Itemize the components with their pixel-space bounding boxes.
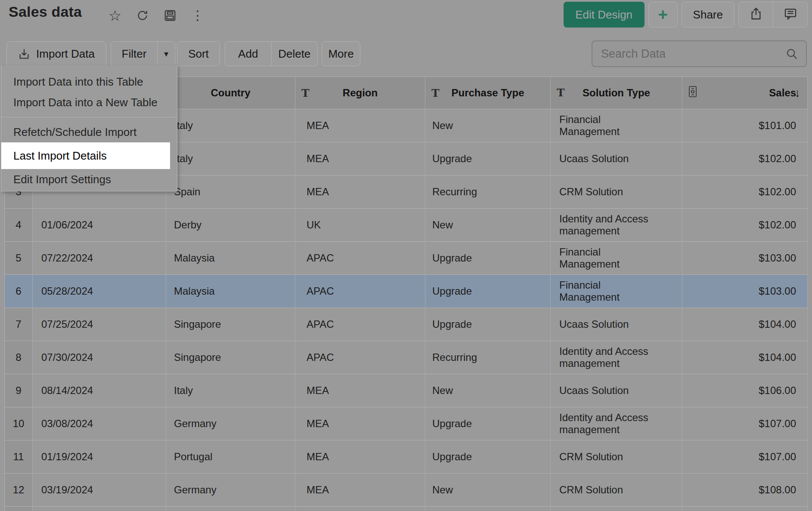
sort-button[interactable]: Sort	[177, 41, 220, 66]
cell-country[interactable]: Germany	[166, 474, 295, 507]
filter-button[interactable]: Filter ▾	[111, 41, 175, 66]
search-input[interactable]	[600, 47, 785, 61]
cell-country[interactable]: Malaysia	[166, 275, 295, 308]
cell-sales[interactable]: $102.00	[682, 175, 808, 209]
cell-purchase[interactable]: Upgrade	[425, 407, 551, 440]
cell-solution[interactable]: CRM Solution	[551, 440, 682, 474]
cell-country[interactable]: Portugal	[166, 440, 295, 474]
cell-purchase[interactable]	[425, 507, 551, 511]
menu-item-last-import-details[interactable]: Last Import Details	[1, 142, 170, 169]
cell-region[interactable]: MEA	[295, 109, 425, 142]
cell-solution[interactable]: Ucaas Solution	[551, 374, 682, 407]
cell-country[interactable]: Derby	[166, 209, 295, 242]
cell-country[interactable]: Singapore	[166, 308, 295, 341]
cell-date[interactable]: 03/08/2024	[33, 407, 166, 440]
cell-purchase[interactable]: New	[425, 109, 551, 142]
cell-solution[interactable]: CRM Solution	[551, 474, 682, 507]
cell-region[interactable]: MEA	[295, 142, 425, 175]
cell-country[interactable]: Italy	[166, 142, 295, 175]
cell-purchase[interactable]: New	[425, 374, 551, 407]
cell-purchase[interactable]: Upgrade	[425, 242, 551, 275]
cell-purchase[interactable]: New	[425, 474, 551, 507]
cell-solution[interactable]: Identity and Access management	[551, 341, 682, 374]
cell-region[interactable]: APAC	[295, 242, 425, 275]
cell-date[interactable]: 01/06/2024	[33, 209, 166, 242]
cell-region[interactable]: APAC	[295, 308, 425, 341]
cell-region[interactable]: APAC	[295, 275, 425, 308]
sort-descending-icon[interactable]: ↓	[795, 86, 801, 100]
cell-country[interactable]: Singapore	[166, 341, 295, 374]
row-number-cell[interactable]: 9	[5, 374, 33, 407]
cell-date[interactable]: 01/19/2024	[33, 440, 166, 474]
cell-solution[interactable]: Financial Management	[551, 242, 682, 275]
cell-purchase[interactable]: Upgrade	[425, 275, 551, 308]
cell-purchase[interactable]: Upgrade	[425, 142, 551, 175]
cell-sales[interactable]: $106.00	[682, 374, 808, 407]
cell-date[interactable]	[33, 507, 166, 511]
cell-region[interactable]: MEA	[295, 440, 425, 474]
cell-sales[interactable]: $104.00	[682, 308, 808, 341]
cell-sales[interactable]	[682, 507, 808, 511]
cell-sales[interactable]: $102.00	[682, 142, 808, 175]
cell-purchase[interactable]: Upgrade	[425, 308, 551, 341]
row-number-cell[interactable]: 8	[5, 341, 33, 374]
cell-date[interactable]: 07/22/2024	[33, 242, 166, 275]
column-header-country[interactable]: Country	[166, 77, 295, 109]
cell-solution[interactable]: Ucaas Solution	[551, 142, 682, 175]
cell-sales[interactable]: $107.00	[682, 407, 808, 440]
menu-item-edit-import-settings[interactable]: Edit Import Settings	[1, 169, 177, 190]
add-new-button[interactable]: +	[648, 2, 678, 28]
import-data-button[interactable]: Import Data	[6, 41, 106, 66]
favorite-star-icon[interactable]: ☆	[108, 8, 122, 23]
cell-region[interactable]: MEA	[295, 175, 425, 209]
cell-date[interactable]: 03/19/2024	[33, 474, 166, 507]
cell-sales[interactable]: $108.00	[682, 474, 808, 507]
column-header-purchase[interactable]: TPurchase Type	[425, 77, 551, 109]
cell-purchase[interactable]: Upgrade	[425, 440, 551, 474]
cell-region[interactable]	[295, 507, 425, 511]
delete-row-button[interactable]: Delete	[271, 42, 318, 66]
share-button[interactable]: Share	[682, 2, 735, 28]
row-number-cell[interactable]: 12	[5, 474, 33, 507]
row-number-cell[interactable]: 4	[5, 209, 33, 242]
cell-country[interactable]: Spain	[166, 175, 295, 209]
cell-country[interactable]: Italy	[166, 374, 295, 407]
cell-sales[interactable]: $101.00	[682, 109, 808, 142]
comments-button[interactable]	[773, 2, 807, 27]
refresh-icon[interactable]	[135, 8, 150, 23]
more-button[interactable]: More	[322, 41, 360, 66]
kebab-menu-icon[interactable]: ⋮	[190, 8, 205, 23]
row-number-cell[interactable]: 5	[5, 242, 33, 275]
cell-sales[interactable]: $107.00	[682, 440, 808, 474]
cell-solution[interactable]: Financial Management	[551, 109, 682, 142]
cell-solution[interactable]: Identity and Access management	[551, 407, 682, 440]
cell-date[interactable]: 07/30/2024	[33, 341, 166, 374]
column-header-solution[interactable]: TSolution Type	[551, 77, 682, 109]
cell-region[interactable]: UK	[295, 209, 425, 242]
menu-item-refetch-schedule-import[interactable]: Refetch/Schedule Import	[1, 122, 177, 142]
save-icon[interactable]	[163, 8, 177, 23]
cell-solution[interactable]: CRM Solution	[551, 175, 682, 209]
export-button[interactable]	[739, 2, 773, 27]
cell-solution[interactable]: Identity and Access management	[551, 209, 682, 242]
cell-region[interactable]: APAC	[295, 341, 425, 374]
cell-purchase[interactable]: Recurring	[425, 341, 551, 374]
cell-country[interactable]: Italy	[166, 109, 295, 142]
cell-sales[interactable]: $104.00	[682, 341, 808, 374]
cell-sales[interactable]: $102.00	[682, 209, 808, 242]
cell-purchase[interactable]: Recurring	[425, 175, 551, 209]
row-number-cell[interactable]: 10	[5, 407, 33, 440]
cell-sales[interactable]: $103.00	[682, 242, 808, 275]
filter-dropdown-caret[interactable]: ▾	[157, 42, 175, 66]
cell-solution[interactable]: Financial Management	[551, 275, 682, 308]
cell-region[interactable]: MEA	[295, 474, 425, 507]
cell-region[interactable]: MEA	[295, 407, 425, 440]
cell-date[interactable]: 08/14/2024	[33, 374, 166, 407]
menu-item-import-data-into-this-table[interactable]: Import Data into this Table	[1, 71, 177, 92]
cell-solution[interactable]: Financial Management	[551, 507, 682, 511]
cell-country[interactable]	[166, 507, 295, 511]
cell-sales[interactable]: $103.00	[682, 275, 808, 308]
add-row-button[interactable]: Add	[225, 42, 271, 66]
edit-design-button[interactable]: Edit Design	[564, 2, 645, 28]
cell-country[interactable]: Malaysia	[166, 242, 295, 275]
